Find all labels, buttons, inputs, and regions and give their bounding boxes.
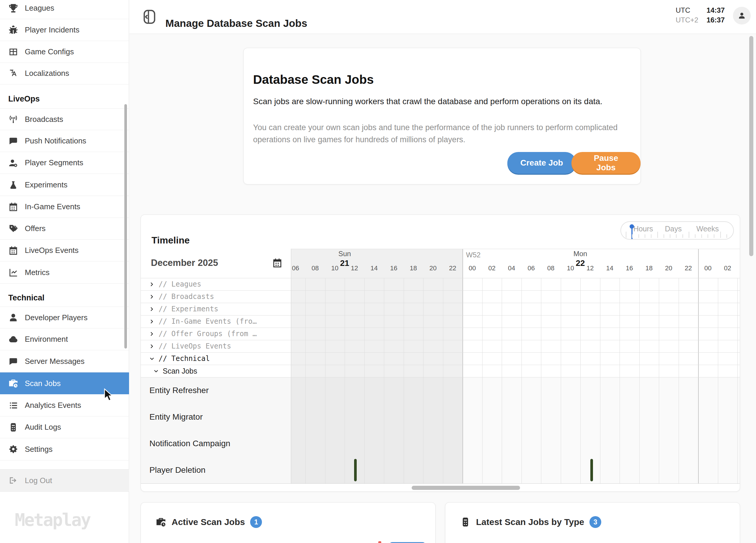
sidebar-item-audit-logs[interactable]: Audit Logs <box>0 416 129 438</box>
chevron-right-icon[interactable] <box>149 344 154 349</box>
hour-gridline <box>443 278 443 483</box>
chevron-down-icon[interactable] <box>149 356 154 361</box>
sidebar-item-game-configs[interactable]: Game Configs <box>0 41 129 63</box>
timeline-row-label: // Broadcasts <box>159 292 214 301</box>
scan-jobs-info-card: Database Scan Jobs Scan jobs are slow-ru… <box>243 48 641 185</box>
person-icon <box>8 312 18 322</box>
hour-gridline <box>541 278 541 483</box>
sidebar-item-label: Player Incidents <box>25 25 79 35</box>
sidebar-section-technical: Technical <box>8 293 45 302</box>
page-scrollbar[interactable] <box>749 36 753 256</box>
timeline-group-scan-jobs[interactable]: Scan Jobs <box>141 365 291 377</box>
chevron-down-icon[interactable] <box>154 368 159 374</box>
timeline-horizontal-scrollbar[interactable] <box>412 486 520 490</box>
sidebar-item-settings[interactable]: Settings <box>0 438 129 460</box>
hour-gridline <box>718 278 718 483</box>
timeline-grid: December 2025Sun21Mon22W5206081012141618… <box>141 215 740 492</box>
user-avatar[interactable] <box>733 7 751 25</box>
sidebar-item-analytics-events[interactable]: Analytics Events <box>0 394 129 416</box>
hour-gridline <box>580 278 581 483</box>
job-row-notification-campaign: Notification Campaign <box>141 430 291 457</box>
info-card-title: Database Scan Jobs <box>253 73 374 87</box>
pause-jobs-button[interactable]: Pause Jobs <box>571 152 641 174</box>
job-run-marker[interactable] <box>354 459 357 481</box>
sidebar-item-player-incidents[interactable]: Player Incidents <box>0 19 129 41</box>
hour-tick-label: 20 <box>429 265 436 272</box>
hour-gridline <box>502 278 502 483</box>
timeline-row-broadcasts[interactable]: // Broadcasts <box>141 290 291 303</box>
sidebar-item-label: Server Messages <box>25 357 84 366</box>
sidebar-item-in-game-events[interactable]: In-Game Events <box>0 196 129 218</box>
day-boundary-line <box>462 249 463 483</box>
sidebar-item-liveops-events[interactable]: LiveOps Events <box>0 240 129 262</box>
timeline-row-label: // Leagues <box>159 280 201 288</box>
count-badge: 3 <box>589 516 601 528</box>
chevron-right-icon[interactable] <box>149 282 154 287</box>
person-plus-icon <box>8 158 18 168</box>
timeline-row-offer-groups-from[interactable]: // Offer Groups (from … <box>141 327 291 340</box>
hour-tick-label: 14 <box>606 265 613 272</box>
utc-time: 14:37 <box>707 5 725 15</box>
job-run-marker[interactable] <box>590 459 593 481</box>
local-time: 16:37 <box>707 15 725 25</box>
sidebar-item-experiments[interactable]: Experiments <box>0 174 129 196</box>
sidebar-item-leagues[interactable]: Leagues <box>0 0 129 19</box>
sidebar-item-label: Scan Jobs <box>25 379 61 388</box>
person-icon <box>737 11 746 20</box>
sidebar-collapse-icon[interactable] <box>144 9 155 24</box>
broadcast-icon <box>8 114 18 124</box>
timeline-group-label: Scan Jobs <box>163 367 197 375</box>
day-number-label: 21 <box>340 259 349 268</box>
hour-tick-label: 20 <box>665 265 672 272</box>
hour-tick-label: 12 <box>586 265 594 272</box>
sidebar-item-offers[interactable]: Offers <box>0 218 129 240</box>
hour-tick-label: 12 <box>351 265 358 272</box>
sidebar-item-player-segments[interactable]: Player Segments <box>0 152 129 174</box>
hour-tick-label: 22 <box>685 265 692 272</box>
hour-gridline <box>561 278 561 483</box>
chevron-right-icon[interactable] <box>149 331 154 336</box>
chevron-right-icon[interactable] <box>149 319 154 324</box>
timeline-row-liveops-events[interactable]: // LiveOps Events <box>141 340 291 352</box>
timeline-row-leagues[interactable]: // Leagues <box>141 278 291 290</box>
flask-icon <box>8 180 18 190</box>
hour-tick-label: 10 <box>567 265 574 272</box>
timeline-row-technical[interactable]: // Technical <box>141 352 291 365</box>
day-name-label: Sun <box>338 250 351 258</box>
hour-tick-label: 16 <box>390 265 397 272</box>
sidebar-item-environment[interactable]: Environment <box>0 328 129 350</box>
logout-label: Log Out <box>25 476 52 485</box>
sidebar-scrollbar[interactable] <box>124 104 127 348</box>
tag-icon <box>8 224 18 234</box>
hour-gridline <box>305 278 306 483</box>
sidebar-item-metrics[interactable]: Metrics <box>0 262 129 283</box>
sidebar-item-label: Metrics <box>25 268 50 277</box>
chevron-right-icon[interactable] <box>149 306 154 311</box>
hour-gridline <box>600 278 600 483</box>
card-header: Latest Scan Jobs by Type3 <box>460 516 601 528</box>
sidebar-item-developer-players[interactable]: Developer Players <box>0 306 129 328</box>
sidebar-item-server-messages[interactable]: Server Messages <box>0 350 129 372</box>
page-title: Manage Database Scan Jobs <box>165 17 307 29</box>
chevron-right-icon[interactable] <box>149 294 154 299</box>
sidebar-item-label: In-Game Events <box>25 202 80 211</box>
count-badge: 1 <box>250 516 262 528</box>
timeline-row-experiments[interactable]: // Experiments <box>141 303 291 315</box>
timeline-row-in-game-events-fro[interactable]: // In-Game Events (fro… <box>141 315 291 327</box>
hour-gridline <box>384 278 384 483</box>
calendar-icon <box>8 246 18 256</box>
create-job-button[interactable]: Create Job <box>507 152 576 174</box>
job-row-entity-refresher: Entity Refresher <box>141 377 291 404</box>
sidebar-item-label: Localizations <box>25 69 69 78</box>
sidebar-item-localizations[interactable]: Localizations <box>0 63 129 84</box>
sidebar-item-broadcasts[interactable]: Broadcasts <box>0 108 129 130</box>
hour-tick-label: 08 <box>312 265 319 272</box>
hour-gridline <box>679 278 679 483</box>
clock: UTC14:37 UTC+216:37 <box>676 5 725 25</box>
logout-button[interactable]: Log Out <box>0 469 129 492</box>
calendar-picker-icon[interactable] <box>272 258 283 268</box>
scan-jobs-section-grid-tint <box>291 377 740 483</box>
sidebar-item-label: Experiments <box>25 180 68 190</box>
sidebar-item-push-notifications[interactable]: Push Notifications <box>0 130 129 152</box>
sidebar-item-scan-jobs[interactable]: Scan Jobs <box>0 372 129 394</box>
